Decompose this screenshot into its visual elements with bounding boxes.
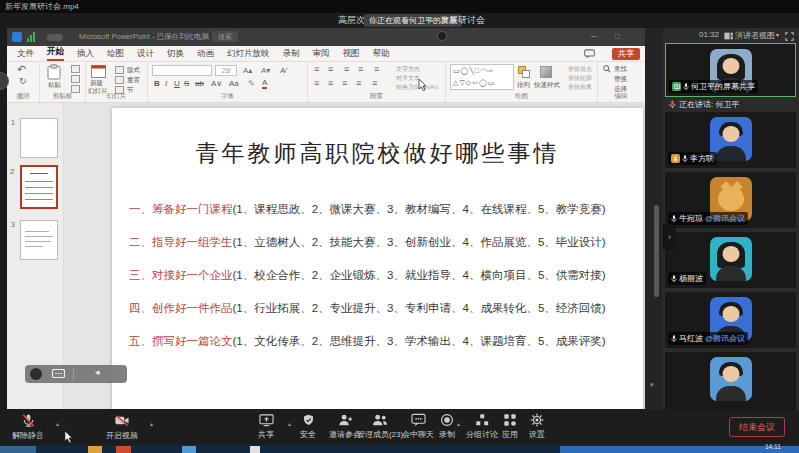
align-left-icon[interactable]: ≡: [314, 78, 319, 88]
participant-tile[interactable]: 牛宛琼@腾讯会议: [665, 172, 796, 228]
shapes-gallery[interactable]: ▭◯╲□◠⇨ △▽◇⇦◯▭: [450, 64, 514, 90]
line-spacing-icon[interactable]: ≡: [374, 64, 379, 74]
font-size-combobox[interactable]: 28: [215, 65, 237, 76]
thumbnail-slide-3[interactable]: [20, 220, 58, 260]
shape-outline-label[interactable]: 形状轮廓: [568, 74, 592, 83]
new-slide-icon[interactable]: [91, 65, 106, 78]
find-label[interactable]: 查找: [614, 65, 627, 74]
video-options-caret-icon[interactable]: ▴: [150, 420, 153, 427]
char-spacing-button[interactable]: A∨: [211, 79, 222, 88]
grow-font-icon[interactable]: A▴: [243, 66, 252, 75]
font-name-combobox[interactable]: [152, 65, 212, 76]
undo-icon[interactable]: ↶: [17, 63, 26, 76]
tab-transitions[interactable]: 切换: [167, 48, 184, 60]
participant-tile[interactable]: [665, 352, 796, 410]
tab-view[interactable]: 视图: [343, 48, 360, 60]
numbering-icon[interactable]: ≡: [328, 64, 333, 74]
tab-record[interactable]: 录制: [283, 48, 300, 60]
unmute-button[interactable]: 解除静音: [4, 413, 52, 441]
collapse-left-icon[interactable]: ◂: [95, 367, 100, 377]
tab-design[interactable]: 设计: [137, 48, 154, 60]
slide-item-rest: (1、立德树人、2、技能大赛、3、创新创业、4、作品展览、5、毕业设计): [233, 236, 606, 248]
replace-label[interactable]: 替换: [614, 75, 627, 84]
highlight-pen-icon[interactable]: ✎: [248, 79, 255, 88]
message-icon[interactable]: [52, 369, 65, 379]
bullets-icon[interactable]: ≡: [314, 64, 319, 74]
smartart-label[interactable]: 转换为SmartArt: [396, 83, 438, 92]
ppt-search-box[interactable]: 搜索: [212, 31, 238, 42]
speaking-text: 正在讲话: 何卫平: [679, 99, 739, 110]
text-shadow-button[interactable]: ab: [195, 79, 204, 88]
participant-tile[interactable]: 杨丽波: [665, 232, 796, 288]
slide[interactable]: 青年教师高职院校做好哪些事情 一、筹备好一门课程(1、课程思政、2、微课大赛、3…: [112, 108, 643, 409]
thumbnail-slide-1[interactable]: [20, 118, 58, 158]
group-label-drawing: 绘图: [446, 92, 597, 101]
sidebar-collapse-handle[interactable]: ›: [663, 224, 676, 250]
align-center-icon[interactable]: ≡: [328, 78, 333, 88]
thumbnail-slide-2[interactable]: [20, 165, 58, 209]
align-text-label[interactable]: 对齐文本: [396, 74, 420, 83]
comments-icon[interactable]: [584, 49, 595, 59]
participant-tile[interactable]: 马红波@腾讯会议: [665, 292, 796, 348]
tab-animations[interactable]: 动画: [197, 48, 214, 60]
quick-styles-label[interactable]: 快速样式: [534, 81, 560, 90]
shape-fill-label[interactable]: 形状填充: [568, 65, 592, 74]
quick-styles-icon[interactable]: [540, 66, 552, 78]
shrink-font-icon[interactable]: A▾: [261, 66, 270, 75]
italic-button[interactable]: I: [165, 79, 167, 88]
tab-file[interactable]: 文件: [17, 48, 34, 60]
shared-screen-powerpoint: Microsoft PowerPoint - 已保存到此电脑 搜索 ─ □ × …: [7, 28, 645, 409]
arrange-label[interactable]: 排列: [517, 81, 530, 90]
fullscreen-icon[interactable]: [785, 32, 794, 41]
justify-icon[interactable]: ≡: [356, 78, 361, 88]
thumb-number-2: 2: [10, 167, 14, 176]
tab-insert[interactable]: 插入: [77, 48, 94, 60]
taskbar-fragment: [0, 446, 36, 453]
align-right-icon[interactable]: ≡: [342, 78, 347, 88]
text-direction-label[interactable]: 文字方向: [396, 65, 420, 74]
copy-icon[interactable]: [71, 75, 80, 83]
participant-tile[interactable]: 何卫平的屏幕共享: [665, 43, 796, 97]
cut-icon[interactable]: [71, 65, 80, 73]
security-button[interactable]: 安全: [290, 413, 326, 440]
font-color-button[interactable]: A: [262, 79, 267, 89]
shape-effects-label[interactable]: 形状效果: [568, 83, 592, 92]
view-mode-caret-icon[interactable]: ▾: [776, 31, 779, 38]
paste-label[interactable]: 粘贴: [48, 81, 61, 90]
indent-decrease-icon[interactable]: ≡: [344, 64, 349, 74]
tab-draw[interactable]: 绘图: [107, 48, 124, 60]
emoji-icon[interactable]: [30, 368, 42, 380]
participant-name: 杨丽波: [679, 273, 703, 284]
scroll-down-icon[interactable]: ▾: [650, 381, 654, 389]
ppt-share-button[interactable]: 共享: [612, 48, 640, 60]
vertical-scrollbar[interactable]: [654, 205, 659, 297]
share-screen-button[interactable]: 共享: [246, 413, 286, 440]
tab-slideshow[interactable]: 幻灯片放映: [227, 48, 270, 60]
view-mode-selector[interactable]: 演讲者视图: [735, 30, 775, 41]
participant-label: 牛宛琼@腾讯会议: [668, 212, 748, 225]
paste-icon[interactable]: [47, 64, 61, 80]
settings-button[interactable]: 设置: [519, 413, 555, 440]
layout-label[interactable]: 版式: [127, 66, 140, 75]
account-avatar[interactable]: [437, 31, 447, 41]
bold-button[interactable]: B: [154, 79, 160, 88]
tab-review[interactable]: 审阅: [313, 48, 330, 60]
autosave-toggle[interactable]: [47, 34, 63, 41]
ppt-titlebar: Microsoft PowerPoint - 已保存到此电脑 搜索 ─ □ ×: [7, 28, 645, 46]
mute-options-caret-icon[interactable]: ▴: [56, 420, 59, 427]
participant-tile[interactable]: 李方联: [665, 112, 796, 168]
indent-increase-icon[interactable]: ≡: [358, 64, 363, 74]
change-case-button[interactable]: Aa: [229, 79, 239, 88]
columns-icon[interactable]: ≡: [372, 78, 377, 88]
menu-icon[interactable]: ≡: [428, 13, 433, 28]
redo-icon[interactable]: ↻: [19, 76, 27, 86]
start-video-button[interactable]: 开启视频: [98, 413, 146, 441]
tab-help[interactable]: 帮助: [373, 48, 390, 60]
tab-home[interactable]: 开始: [47, 46, 64, 61]
arrange-icon[interactable]: [518, 66, 530, 78]
underline-button[interactable]: U: [174, 79, 180, 88]
reset-label[interactable]: 重置: [127, 76, 140, 85]
strikethrough-button[interactable]: S: [184, 79, 189, 88]
end-meeting-button[interactable]: 结束会议: [729, 417, 785, 437]
clear-format-icon[interactable]: A∕: [280, 66, 287, 75]
